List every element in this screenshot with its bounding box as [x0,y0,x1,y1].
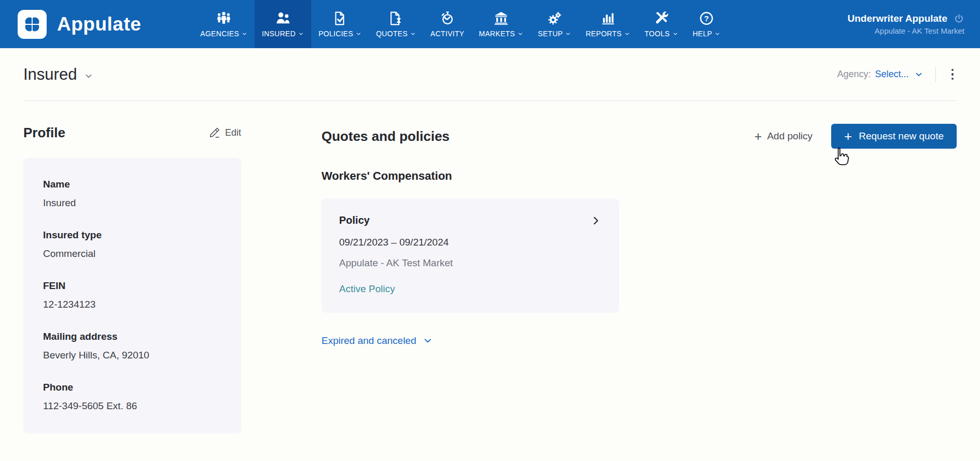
profile-heading: Profile [23,125,65,141]
setup-icon [547,10,563,26]
add-policy-button[interactable]: + Add policy [754,131,813,142]
pencil-icon [209,127,220,139]
agency-label: Agency: [837,69,871,80]
nav-item-activity[interactable]: ACTIVITY [423,0,471,48]
nav-item-help[interactable]: ? HELP [685,0,728,48]
reports-icon [600,10,616,26]
chevron-down-icon [298,31,304,37]
chevron-down-icon [356,31,361,37]
quotes-panel: Quotes and policies + Add policy + Reque… [321,101,957,347]
page-title-dropdown[interactable]: Insured [23,65,93,84]
svg-text:?: ? [704,14,709,23]
nav-item-label: MARKETS [479,30,515,38]
add-policy-label: Add policy [767,131,813,142]
main-content: Profile Edit Name Insured Insured type C… [0,101,980,434]
nav-item-quotes[interactable]: QUOTES [369,0,423,48]
top-navigation: Appulate AGENCIES INSURED [0,0,980,48]
chevron-down-icon [85,69,93,80]
nav-item-label: POLICIES [318,30,353,38]
agency-select[interactable]: Agency: Select... [837,69,922,80]
policy-card-title: Policy [339,214,370,226]
nav-item-tools[interactable]: TOOLS [637,0,685,48]
plus-icon: + [844,131,852,141]
appulate-logo-icon [18,10,47,39]
mouse-cursor-pointer [831,147,850,166]
nav-item-label: QUOTES [376,30,408,38]
chevron-down-icon [517,31,523,37]
nav-item-agencies[interactable]: AGENCIES [193,0,255,48]
policy-dates: 09/21/2023 – 09/21/2024 [339,237,601,248]
nav-item-label: REPORTS [585,30,622,38]
nav-item-label: HELP [693,30,712,38]
policy-market: Appulate - AK Test Market [339,257,601,269]
agencies-icon [216,10,232,26]
nav-item-reports[interactable]: REPORTS [578,0,637,48]
edit-profile-button[interactable]: Edit [209,127,241,139]
nav-item-markets[interactable]: MARKETS [471,0,530,48]
profile-field-mailing-address: Mailing address Beverly Hills, CA, 92010 [43,331,226,361]
more-options-kebab-icon[interactable] [948,67,957,82]
policy-status-badge: Active Policy [339,283,601,295]
chevron-down-icon [410,31,416,37]
profile-field-fein: FEIN 12-1234123 [43,280,226,310]
user-name: Underwriter Appulate [848,13,948,24]
profile-panel: Profile Edit Name Insured Insured type C… [23,101,241,434]
page-header: Insured Agency: Select... [23,48,957,101]
logout-power-icon[interactable] [954,13,964,24]
quotes-icon [388,10,404,26]
insured-icon [275,10,291,26]
divider [935,67,936,82]
request-new-quote-label: Request new quote [859,131,944,142]
nav-menu: AGENCIES INSURED POLICIES [193,0,727,48]
policy-card[interactable]: Policy 09/21/2023 – 09/21/2024 Appulate … [321,198,619,313]
chevron-down-icon [673,31,678,37]
agency-value: Select... [875,69,908,80]
user-market: Appulate - AK Test Market [848,26,965,35]
line-of-business-title: Workers' Compensation [321,169,957,183]
profile-field-name: Name Insured [43,179,226,209]
nav-item-label: AGENCIES [200,30,239,38]
chevron-down-icon [624,31,630,37]
brand[interactable]: Appulate [18,10,141,39]
plus-icon: + [754,131,762,141]
help-icon: ? [698,10,715,26]
expired-link-label: Expired and canceled [321,335,416,347]
chevron-down-icon [915,70,923,79]
markets-icon [493,10,509,26]
nav-item-insured[interactable]: INSURED [255,0,311,48]
chevron-down-icon [423,336,432,345]
nav-item-label: INSURED [262,30,296,38]
brand-wordmark: Appulate [57,13,141,35]
activity-icon [439,10,455,26]
chevron-right-icon [590,215,601,226]
policies-icon [332,10,348,26]
chevron-down-icon [565,31,571,37]
profile-card: Name Insured Insured type Commercial FEI… [23,158,241,434]
profile-field-insured-type: Insured type Commercial [43,229,226,260]
chevron-down-icon [715,31,720,37]
chevron-down-icon [242,31,247,37]
nav-item-label: TOOLS [645,30,670,38]
nav-item-setup[interactable]: SETUP [530,0,578,48]
request-new-quote-button[interactable]: + Request new quote [831,124,957,149]
page-title: Insured [23,65,77,84]
nav-item-label: ACTIVITY [430,30,464,38]
profile-field-phone: Phone 112-349-5605 Ext. 86 [43,382,226,412]
tools-icon [653,10,669,26]
user-info: Underwriter Appulate Appulate - AK Test … [848,13,965,35]
nav-item-policies[interactable]: POLICIES [311,0,369,48]
edit-label: Edit [225,127,241,138]
quotes-heading: Quotes and policies [321,128,450,145]
expired-and-canceled-toggle[interactable]: Expired and canceled [321,335,432,347]
nav-item-label: SETUP [538,30,563,38]
